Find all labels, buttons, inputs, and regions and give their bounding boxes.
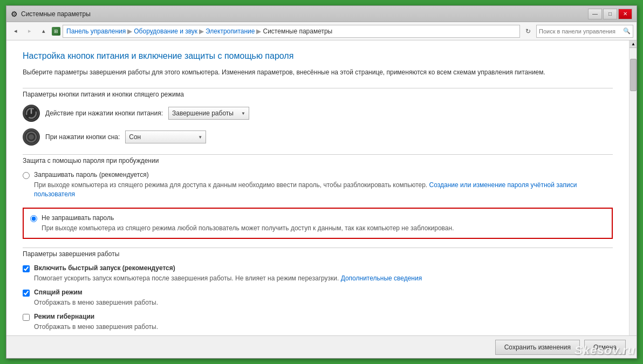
bottom-bar: Сохранить изменения Отмена — [6, 335, 637, 358]
checkbox-fast-start-row: Включить быстрый запуск (рекомендуется) … — [23, 264, 613, 283]
breadcrumb-item-2[interactable]: Оборудование и звук — [134, 28, 197, 35]
sleep-button-row: При нажатии кнопки сна: Сон ▼ — [23, 128, 613, 146]
section-password: Защита с помощью пароля при пробуждении … — [23, 154, 613, 239]
address-bar: ◂ ▸ ▴ ⊞ Панель управления ▶ Оборудование… — [6, 22, 637, 40]
search-icon: 🔍 — [623, 28, 631, 35]
checkbox-hibernate-row: Режим гибернации Отображать в меню завер… — [23, 313, 613, 332]
power-button-label: Действие при нажатии кнопки питания: — [45, 109, 163, 117]
radio-no-password-box: Не запрашивать пароль При выходе компьют… — [23, 208, 613, 239]
main-area: Настройка кнопок питания и включение защ… — [6, 40, 637, 335]
svg-point-5 — [29, 134, 34, 140]
minimize-button[interactable]: — — [588, 9, 602, 19]
search-input[interactable] — [539, 28, 623, 35]
search-bar: 🔍 — [536, 25, 633, 38]
fast-start-link[interactable]: Дополнительные сведения — [341, 274, 422, 282]
breadcrumb-sep-2: ▶ — [199, 28, 204, 35]
radio-no-password-content: Не запрашивать пароль При выходе компьют… — [42, 214, 605, 233]
section2-label: Защита с помощью пароля при пробуждении — [23, 157, 613, 164]
scrollbar[interactable]: ▲ — [629, 40, 637, 335]
checkbox-fast-start-title: Включить быстрый запуск (рекомендуется) — [34, 264, 613, 272]
breadcrumb-item-3[interactable]: Электропитание — [206, 28, 255, 35]
sleep-button-label: При нажатии кнопки сна: — [45, 133, 120, 141]
power-button-dropdown[interactable]: Завершение работы ▼ — [168, 107, 249, 120]
checkbox-sleep-content: Спящий режим Отображать в меню завершени… — [34, 289, 613, 307]
breadcrumb-sep-3: ▶ — [256, 28, 261, 35]
checkbox-fast-start-content: Включить быстрый запуск (рекомендуется) … — [34, 264, 613, 283]
sleep-button-dropdown[interactable]: Сон ▼ — [125, 131, 206, 143]
radio-ask-password-desc: При выходе компьютера из спящего режима … — [34, 181, 613, 199]
page-title: Настройка кнопок питания и включение защ… — [23, 51, 613, 61]
power-button-row: Действие при нажатии кнопки питания: Зав… — [23, 105, 613, 122]
checkbox-fast-start-desc: Помогает ускорить запуск компьютера посл… — [34, 274, 613, 283]
content-area: Настройка кнопок питания и включение защ… — [6, 40, 629, 335]
title-bar: ⚙ Системные параметры — □ ✕ — [6, 6, 637, 22]
checkbox-hibernate[interactable] — [23, 314, 30, 321]
radio-no-password-row: Не запрашивать пароль При выходе компьют… — [30, 214, 605, 233]
close-button[interactable]: ✕ — [618, 9, 632, 19]
page-description: Выберите параметры завершения работы для… — [23, 67, 613, 77]
refresh-button[interactable]: ↻ — [522, 25, 534, 37]
checkbox-hibernate-title: Режим гибернации — [34, 313, 613, 320]
checkbox-sleep-title: Спящий режим — [34, 289, 613, 296]
radio-no-password-title: Не запрашивать пароль — [42, 214, 605, 222]
title-bar-buttons: — □ ✕ — [588, 9, 632, 19]
radio-no-password-desc: При выходе компьютера из спящего режима … — [42, 224, 605, 233]
radio-ask-password-desc-text: При выходе компьютера из спящего режима … — [34, 181, 429, 189]
section3-label: Параметры завершения работы — [23, 250, 613, 258]
breadcrumb-item-1[interactable]: Панель управления — [66, 28, 126, 35]
sleep-icon — [23, 128, 40, 146]
back-button[interactable]: ◂ — [10, 25, 22, 37]
radio-ask-password-row: Запрашивать пароль (рекомендуется) При в… — [23, 171, 613, 199]
main-window: ⚙ Системные параметры — □ ✕ ◂ ▸ ▴ ⊞ Пане… — [6, 5, 637, 359]
maximize-button[interactable]: □ — [603, 9, 617, 19]
dropdown-arrow-2: ▼ — [198, 135, 202, 140]
checkbox-sleep-desc: Отображать в меню завершения работы. — [34, 298, 613, 307]
power-button-value: Завершение работы — [172, 109, 234, 117]
scroll-thumb[interactable] — [630, 59, 637, 91]
radio-ask-password-title: Запрашивать пароль (рекомендуется) — [34, 171, 613, 178]
radio-ask-password[interactable] — [23, 172, 30, 179]
watermark: Skesov.ru — [574, 344, 635, 358]
radio-section: Запрашивать пароль (рекомендуется) При в… — [23, 171, 613, 239]
save-button[interactable]: Сохранить изменения — [495, 340, 580, 355]
checkbox-fast-start-desc-text: Помогает ускорить запуск компьютера посл… — [34, 274, 341, 282]
power-icon — [23, 105, 40, 122]
checkbox-fast-start[interactable] — [23, 265, 30, 272]
checkbox-sleep-row: Спящий режим Отображать в меню завершени… — [23, 289, 613, 307]
title-bar-left: ⚙ Системные параметры — [11, 10, 91, 18]
nav-icon: ⊞ — [52, 27, 60, 36]
radio-ask-password-content: Запрашивать пароль (рекомендуется) При в… — [34, 171, 613, 199]
checkbox-hibernate-desc: Отображать в меню завершения работы. — [34, 322, 613, 332]
up-button[interactable]: ▴ — [38, 25, 50, 37]
window-icon: ⚙ — [11, 10, 18, 18]
radio-no-password[interactable] — [30, 215, 37, 222]
window-title: Системные параметры — [21, 10, 91, 18]
checkbox-sleep[interactable] — [23, 290, 30, 297]
forward-button[interactable]: ▸ — [24, 25, 36, 37]
checkbox-hibernate-content: Режим гибернации Отображать в меню завер… — [34, 313, 613, 332]
dropdown-arrow-1: ▼ — [241, 111, 245, 116]
section-power-buttons: Параметры кнопки питания и кнопки спящег… — [23, 88, 613, 146]
scroll-up-btn[interactable]: ▲ — [630, 40, 637, 48]
section-shutdown: Параметры завершения работы Включить быс… — [23, 248, 613, 335]
sleep-button-value: Сон — [129, 133, 141, 141]
section1-label: Параметры кнопки питания и кнопки спящег… — [23, 91, 613, 98]
breadcrumb-item-4: Системные параметры — [263, 28, 332, 35]
breadcrumb: Панель управления ▶ Оборудование и звук … — [63, 25, 520, 38]
breadcrumb-sep-1: ▶ — [127, 28, 132, 35]
